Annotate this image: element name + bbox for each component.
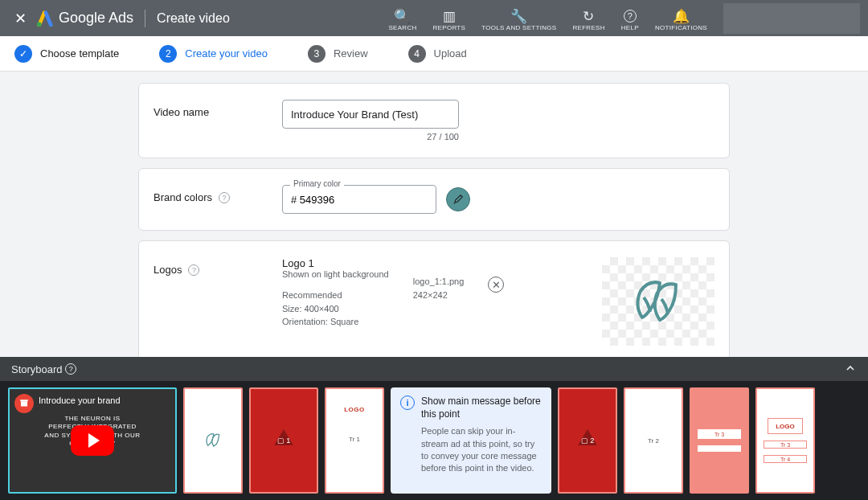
stepper: ✓Choose template2Create your video3Revie… [0,36,868,72]
logos-label: Logos ? [154,257,282,276]
storyboard-frame-logo[interactable] [183,387,243,494]
step-create-your-video[interactable]: 2Create your video [159,45,268,63]
storyboard-header: Storyboard ? [0,357,868,381]
video-name-input[interactable] [282,100,459,129]
color-picker-button[interactable] [446,187,470,211]
help-button[interactable]: ?HELP [613,2,647,35]
storyboard-info-panel: i Show main message before this point Pe… [391,387,551,494]
search-button[interactable]: 🔍SEARCH [380,2,424,35]
storyboard-preview-frame[interactable]: Introduce your brand THE NEURON IS PERFE… [8,387,177,494]
logo-meta: Logo 1 Shown on light background Recomme… [282,257,389,329]
reports-button[interactable]: ▥REPORTS [425,2,474,35]
char-count: 27 / 100 [282,132,459,141]
close-icon[interactable]: ✕ [8,10,33,27]
video-name-label: Video name [154,100,282,118]
step-review[interactable]: 3Review [308,45,368,63]
storyboard-frame-image-1[interactable]: ▢ 1 [249,387,318,494]
svg-rect-1 [21,402,27,407]
step-upload[interactable]: 4Upload [408,45,467,63]
help-icon[interactable]: ? [219,192,230,203]
page-title: Create video [157,11,230,26]
svg-point-0 [37,22,41,26]
info-icon: i [400,395,415,410]
primary-color-float-label: Primary color [290,179,344,188]
storyboard-frame-text-2[interactable]: Tr 2 [624,387,683,494]
storyboard-frame-image-2[interactable]: ▢ 2 [558,387,617,494]
storyboard-frame-text-3[interactable]: Tr 3 [690,387,749,494]
collapse-storyboard-button[interactable] [844,362,857,377]
refresh-button[interactable]: ↻REFRESH [564,2,612,35]
remove-logo-button[interactable]: ✕ [488,277,504,293]
video-name-card: Video name 27 / 100 [138,83,730,158]
logo-file-info: logo_1:1.png 242×242 [413,275,465,301]
primary-color-input[interactable] [282,185,436,214]
help-icon[interactable]: ? [65,363,76,375]
notifications-button[interactable]: 🔔NOTIFICATIONS [647,2,715,35]
help-icon[interactable]: ? [188,264,199,276]
step-choose-template[interactable]: ✓Choose template [14,45,119,63]
play-button[interactable] [71,425,114,456]
storyboard-frame-logo-end[interactable]: LOGO Tr 3 Tr 4 [755,387,815,494]
brand-colors-label: Brand colors ? [154,185,282,203]
logo-preview [602,257,714,346]
google-ads-logo: GoogleAds [36,10,133,27]
logos-card: Logos ? Logo 1 Shown on light background… [138,240,730,369]
brand-colors-card: Brand colors ? Primary color [138,168,730,231]
director-icon [14,394,34,413]
tools-and-settings-button[interactable]: 🔧TOOLS AND SETTINGS [473,2,564,35]
storyboard-frame-text-1[interactable]: LOGO Tr 1 [325,387,384,494]
account-area [723,3,860,34]
